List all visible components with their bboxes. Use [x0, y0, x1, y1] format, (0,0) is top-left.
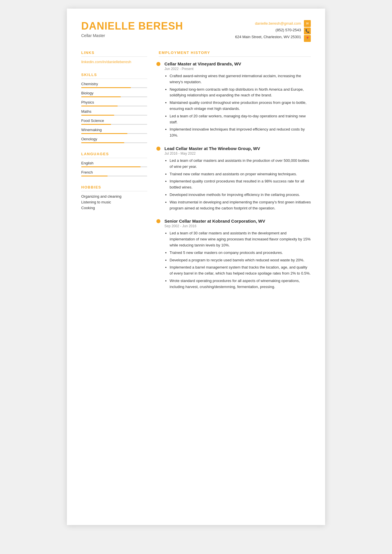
job-bullets: Led a team of cellar masters and assista…	[164, 158, 311, 211]
skill-name: Physics	[81, 100, 147, 104]
job-bullet: Implemented a barrel management system t…	[170, 265, 311, 277]
hobby-item: Listening to music	[81, 200, 147, 204]
skill-item: Winemaking	[81, 128, 147, 134]
hobby-item: Cooking	[81, 206, 147, 210]
skill-item: Oenology	[81, 137, 147, 143]
phone-icon: 📞	[304, 28, 311, 34]
job-bullet: Led a team of 30 cellar masters and assi…	[170, 230, 311, 248]
skill-bar-bg	[81, 142, 147, 143]
body: LINKS linkedin.com/in/danielleberesh SKI…	[67, 50, 325, 309]
skill-bar-bg	[81, 96, 147, 97]
jobs-list: Cellar Master at Vineyard Brands, WVJun …	[159, 61, 311, 290]
skill-name: Food Science	[81, 118, 147, 123]
skill-name: Winemaking	[81, 128, 147, 132]
candidate-name: DANIELLE BERESH	[81, 20, 183, 32]
contact-icons: ✉ 📞 📍	[304, 20, 311, 42]
job-bullet: Implemented innovative techniques that i…	[170, 127, 311, 139]
hobbies-title: HOBBIES	[81, 185, 147, 191]
job-dates: Sep 2002 - Jun 2016	[164, 224, 311, 228]
job-bullet: Trained 5 new cellar masters on company …	[170, 250, 311, 256]
job-dot	[156, 147, 160, 151]
job-bullet: Trained new cellar masters and assistant…	[170, 171, 311, 177]
skills-list: Chemistry Biology Physics Maths Food Sci…	[81, 82, 147, 143]
skill-bar-fill	[81, 142, 124, 143]
languages-section: LANGUAGES English French	[81, 152, 147, 176]
right-column: EMPLOYMENT HISTORY Cellar Master at Vine…	[159, 50, 311, 298]
language-bar-fill	[81, 176, 108, 176]
skill-name: Chemistry	[81, 82, 147, 86]
contact-info: danielle.beresh@gmail.com (852) 570-2543…	[235, 20, 301, 40]
skills-section: SKILLS Chemistry Biology Physics Maths F…	[81, 73, 147, 143]
language-bar-fill	[81, 166, 141, 167]
job-bullet: Maintained quality control throughout wi…	[170, 100, 311, 112]
header: DANIELLE BERESH Cellar Master danielle.b…	[67, 9, 325, 50]
email-link[interactable]: danielle.beresh@gmail.com	[255, 21, 301, 26]
skill-bar-fill	[81, 87, 131, 88]
skill-bar-fill	[81, 96, 121, 97]
languages-list: English French	[81, 161, 147, 176]
skill-bar-fill	[81, 133, 127, 134]
language-item: English	[81, 161, 147, 167]
skill-bar-fill	[81, 115, 114, 116]
job-dot	[156, 219, 160, 223]
language-bar-bg	[81, 176, 147, 176]
left-column: LINKS linkedin.com/in/danielleberesh SKI…	[81, 50, 147, 298]
language-bar-bg	[81, 166, 147, 167]
job-bullet: Negotiated long-term contracts with top …	[170, 87, 311, 99]
job-bullet: Developed innovative methods for improvi…	[170, 192, 311, 198]
location-icon: 📍	[304, 35, 311, 42]
job-dates: Jun 2022 - Present	[164, 67, 311, 71]
skill-item: Maths	[81, 109, 147, 116]
resume-container: DANIELLE BERESH Cellar Master danielle.b…	[67, 9, 325, 525]
email-icon: ✉	[304, 20, 311, 27]
job-entry: Senior Cellar Master at Kobrand Corporat…	[159, 219, 311, 290]
job-bullet: Implemented quality control procedures t…	[170, 178, 311, 191]
skill-bar-bg	[81, 87, 147, 88]
skill-item: Chemistry	[81, 82, 147, 88]
address-text: 624 Main Street, Charleston, WV 25301	[235, 35, 301, 39]
skill-bar-bg	[81, 133, 147, 134]
languages-title: LANGUAGES	[81, 152, 147, 158]
language-item: French	[81, 170, 147, 176]
job-title: Lead Cellar Master at The Winebow Group,…	[164, 146, 311, 151]
skill-item: Biology	[81, 91, 147, 97]
skill-item: Food Science	[81, 118, 147, 125]
skill-bar-fill	[81, 106, 118, 106]
language-name: English	[81, 161, 147, 165]
skill-bar-bg	[81, 106, 147, 106]
job-bullet: Developed a program to recycle used barr…	[170, 257, 311, 263]
skill-bar-bg	[81, 115, 147, 116]
hobby-item: Organizing and cleaning	[81, 194, 147, 199]
job-dates: Jul 2016 - May 2022	[164, 151, 311, 155]
candidate-title: Cellar Master	[81, 33, 183, 38]
job-title: Cellar Master at Vineyard Brands, WV	[164, 61, 311, 66]
job-bullet: Led a team of cellar masters and assista…	[170, 158, 311, 170]
skill-name: Oenology	[81, 137, 147, 141]
skill-bar-bg	[81, 124, 147, 125]
links-title: LINKS	[81, 50, 147, 57]
hobbies-list: Organizing and cleaningListening to musi…	[81, 194, 147, 210]
hobbies-section: HOBBIES Organizing and cleaningListening…	[81, 185, 147, 210]
links-section: LINKS linkedin.com/in/danielleberesh	[81, 50, 147, 64]
phone-text: (852) 570-2543	[275, 28, 301, 32]
job-bullets: Led a team of 30 cellar masters and assi…	[164, 230, 311, 290]
language-name: French	[81, 170, 147, 174]
job-dot	[156, 62, 160, 66]
job-bullet: Led a team of 20 cellar workers, managin…	[170, 113, 311, 125]
header-right: danielle.beresh@gmail.com (852) 570-2543…	[235, 20, 311, 42]
job-title: Senior Cellar Master at Kobrand Corporat…	[164, 219, 311, 223]
skills-title: SKILLS	[81, 73, 147, 79]
job-bullets: Crafted award-winning wines that garnere…	[164, 73, 311, 139]
header-left: DANIELLE BERESH Cellar Master	[81, 20, 183, 38]
skill-name: Maths	[81, 109, 147, 114]
employment-title: EMPLOYMENT HISTORY	[159, 50, 311, 57]
skill-name: Biology	[81, 91, 147, 95]
job-entry: Lead Cellar Master at The Winebow Group,…	[159, 146, 311, 211]
linkedin-link[interactable]: linkedin.com/in/danielleberesh	[81, 60, 147, 64]
job-bullet: Was instrumental in developing and imple…	[170, 199, 311, 211]
job-bullet: Crafted award-winning wines that garnere…	[170, 73, 311, 85]
job-bullet: Wrote standard operating procedures for …	[170, 278, 311, 290]
job-entry: Cellar Master at Vineyard Brands, WVJun …	[159, 61, 311, 139]
skill-item: Physics	[81, 100, 147, 106]
skill-bar-fill	[81, 124, 111, 125]
